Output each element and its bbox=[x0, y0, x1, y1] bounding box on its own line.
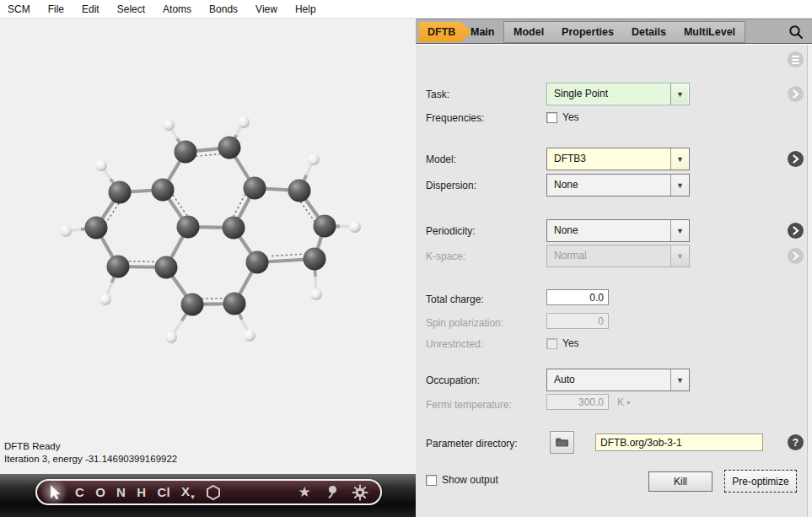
search-icon[interactable] bbox=[788, 24, 804, 40]
carbon-atom[interactable] bbox=[218, 137, 241, 159]
menu-item-select[interactable]: Select bbox=[117, 3, 145, 15]
combo-arrow-icon[interactable]: ▼ bbox=[670, 220, 689, 241]
molecule-3d-model[interactable] bbox=[0, 19, 416, 474]
element-button-c[interactable]: C bbox=[75, 481, 84, 504]
dispersion-dropdown[interactable]: None ▼ bbox=[546, 174, 690, 197]
select-tool-button[interactable] bbox=[44, 482, 64, 503]
spin-polarization-input bbox=[546, 313, 609, 329]
occupation-dropdown[interactable]: Auto ▼ bbox=[546, 369, 690, 391]
periodicity-dropdown[interactable]: None ▼ bbox=[546, 219, 690, 242]
cursor-arrow-icon bbox=[46, 484, 62, 501]
unrestricted-checkbox bbox=[546, 338, 557, 349]
carbon-atom[interactable] bbox=[109, 181, 132, 204]
fermi-temperature-label: Fermi temperature: bbox=[426, 399, 512, 411]
hydrogen-atom[interactable] bbox=[308, 153, 320, 165]
hydrogen-atom[interactable] bbox=[238, 116, 250, 128]
element-button-o[interactable]: O bbox=[95, 481, 105, 504]
unrestricted-checkbox-label: Yes bbox=[562, 337, 579, 349]
menu-item-scm[interactable]: SCM bbox=[8, 3, 30, 15]
molecule-viewport[interactable]: DFTB Ready Iteration 3, energy -31.14690… bbox=[0, 19, 416, 517]
combo-arrow-icon[interactable]: ▼ bbox=[670, 175, 689, 196]
carbon-atom[interactable] bbox=[288, 180, 311, 202]
menu-item-help[interactable]: Help bbox=[295, 3, 316, 15]
menu-item-view[interactable]: View bbox=[255, 3, 277, 15]
carbon-atom[interactable] bbox=[85, 217, 108, 240]
tab-details[interactable]: Details bbox=[632, 26, 666, 38]
parameter-directory-label: Parameter directory: bbox=[426, 438, 518, 450]
menu-item-edit[interactable]: Edit bbox=[82, 3, 99, 15]
structures-tool-button[interactable]: ★ bbox=[296, 484, 313, 501]
carbon-atom[interactable] bbox=[246, 251, 269, 274]
hydrogen-atom[interactable] bbox=[95, 159, 107, 171]
hydrogen-atom[interactable] bbox=[99, 294, 111, 305]
search-structure-button[interactable] bbox=[324, 484, 341, 501]
carbon-atom[interactable] bbox=[175, 141, 197, 164]
hydrogen-atom[interactable] bbox=[163, 119, 175, 131]
kill-button[interactable]: Kill bbox=[648, 471, 713, 492]
hydrogen-atom[interactable] bbox=[244, 330, 255, 342]
tab-model[interactable]: Model bbox=[514, 26, 544, 38]
help-button[interactable]: ? bbox=[788, 434, 804, 450]
dispersion-value: None bbox=[547, 175, 670, 196]
ring-tool-button[interactable] bbox=[205, 484, 222, 501]
element-button-x[interactable]: X▾ bbox=[181, 480, 194, 505]
menu-item-atoms[interactable]: Atoms bbox=[163, 3, 191, 15]
hydrogen-atom[interactable] bbox=[165, 331, 177, 343]
combo-arrow-icon[interactable]: ▼ bbox=[670, 369, 689, 390]
periodicity-detail-button[interactable] bbox=[788, 223, 804, 239]
unrestricted-label: Unrestricted: bbox=[426, 338, 483, 350]
carbon-atom[interactable] bbox=[155, 256, 178, 279]
chevron-right-icon bbox=[791, 89, 800, 99]
carbon-atom[interactable] bbox=[107, 256, 130, 278]
carbon-atom[interactable] bbox=[223, 217, 245, 240]
scroll-gutter[interactable] bbox=[807, 45, 812, 517]
fermi-temperature-unit: K ▾ bbox=[617, 396, 630, 408]
hydrogen-atom[interactable] bbox=[310, 288, 322, 300]
tab-group: Model Properties Details MultiLevel bbox=[503, 21, 745, 43]
element-button-cl[interactable]: Cl bbox=[157, 481, 170, 504]
hydrogen-atom[interactable] bbox=[60, 225, 72, 237]
total-charge-input[interactable] bbox=[546, 289, 609, 305]
occupation-label: Occupation: bbox=[426, 374, 480, 386]
menu-item-file[interactable]: File bbox=[48, 3, 64, 15]
settings-tool-button[interactable] bbox=[352, 484, 368, 501]
atom-toolbar: C O N H Cl X▾ ★ bbox=[35, 479, 382, 505]
tab-dftb[interactable]: DFTB bbox=[419, 22, 471, 42]
spin-polarization-label: Spin polarization: bbox=[426, 317, 503, 329]
carbon-atom[interactable] bbox=[181, 294, 204, 316]
status-line-energy: Iteration 3, energy -31.14690399169922 bbox=[4, 453, 177, 466]
hydrogen-atom[interactable] bbox=[349, 221, 361, 233]
model-label: Model: bbox=[426, 153, 456, 165]
tab-properties[interactable]: Properties bbox=[562, 26, 614, 38]
task-dropdown[interactable]: Single Point ▼ bbox=[546, 83, 690, 105]
carbon-atom[interactable] bbox=[304, 248, 326, 271]
frequencies-checkbox[interactable] bbox=[546, 112, 557, 123]
model-detail-button[interactable] bbox=[788, 151, 804, 167]
combo-arrow-icon: ▼ bbox=[670, 245, 689, 267]
preoptimize-button[interactable]: Pre-optimize bbox=[724, 470, 797, 493]
carbon-atom[interactable] bbox=[244, 177, 266, 200]
kspace-detail-button bbox=[788, 248, 804, 264]
tab-multilevel[interactable]: MultiLevel bbox=[684, 26, 735, 38]
carbon-atom[interactable] bbox=[314, 215, 336, 238]
total-charge-label: Total charge: bbox=[426, 294, 484, 305]
combo-arrow-icon[interactable]: ▼ bbox=[670, 148, 689, 170]
menu-item-bonds[interactable]: Bonds bbox=[209, 3, 238, 15]
carbon-atom[interactable] bbox=[223, 293, 246, 315]
element-button-n[interactable]: N bbox=[116, 481, 126, 504]
element-button-h[interactable]: H bbox=[137, 481, 146, 504]
task-label: Task: bbox=[426, 89, 449, 100]
status-line-ready: DFTB Ready bbox=[4, 440, 177, 453]
frequencies-checkbox-label: Yes bbox=[562, 111, 579, 123]
frequencies-label: Frequencies: bbox=[426, 112, 484, 124]
combo-arrow-icon[interactable]: ▼ bbox=[670, 83, 689, 105]
browse-directory-button[interactable] bbox=[550, 431, 574, 454]
carbon-atom[interactable] bbox=[152, 179, 175, 202]
carbon-atom[interactable] bbox=[177, 216, 200, 239]
tab-main[interactable]: Main bbox=[471, 22, 494, 42]
show-output-checkbox[interactable] bbox=[426, 475, 437, 486]
tab-bar: DFTB Main Model Properties Details Multi… bbox=[416, 19, 812, 44]
parameter-directory-input[interactable] bbox=[595, 434, 763, 451]
task-value: Single Point bbox=[547, 83, 670, 105]
model-dropdown[interactable]: DFTB3 ▼ bbox=[546, 148, 690, 170]
